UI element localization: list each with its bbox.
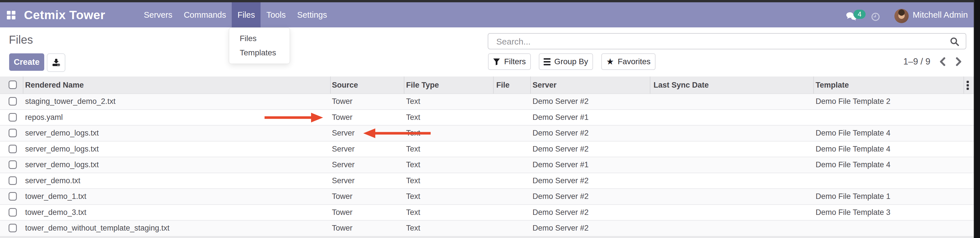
cell-file_type: Text: [406, 221, 420, 236]
search-bar: [488, 33, 966, 49]
cell-file_type: Text: [406, 94, 420, 109]
nav-item-servers[interactable]: Servers: [138, 2, 178, 27]
cell-rendered_name: server_demo.txt: [25, 173, 81, 189]
breadcrumb-page-title: Files: [9, 33, 33, 46]
filters-button[interactable]: Filters: [488, 53, 531, 70]
column-separator: [493, 76, 494, 94]
funnel-icon: [493, 58, 500, 65]
nav-item-files[interactable]: Files: [232, 2, 261, 27]
top-navbar: Cetmix Tower ServersCommandsFilesToolsSe…: [0, 2, 974, 27]
cell-template: Demo File Template 1: [816, 189, 890, 204]
table-row[interactable]: tower_demo_3.txtTowerTextDemo Server #2D…: [0, 205, 974, 221]
files-dropdown-item-templates[interactable]: Templates: [229, 46, 290, 60]
row-checkbox[interactable]: [9, 113, 17, 122]
cell-rendered_name: server_demo_logs.txt: [25, 141, 99, 157]
cell-rendered_name: server_demo_logs.txt: [25, 125, 99, 141]
cell-rendered_name: staging_tower_demo_2.txt: [25, 94, 116, 109]
cell-file_type: Text: [406, 157, 420, 173]
chevron-left-icon[interactable]: [938, 57, 947, 66]
window-top-edge: [0, 0, 980, 2]
column-separator: [23, 76, 24, 94]
cell-template: Demo File Template 4: [816, 157, 890, 173]
apps-grid-square: [7, 16, 11, 19]
table-row[interactable]: server_demo_logs.txtServerTextDemo Serve…: [0, 125, 974, 141]
group-by-label: Group By: [554, 57, 588, 66]
messages-badge[interactable]: 4: [854, 10, 865, 19]
cell-source: Tower: [332, 189, 352, 204]
search-input[interactable]: [496, 34, 948, 49]
row-checkbox[interactable]: [9, 176, 17, 185]
apps-grid-square: [7, 11, 11, 14]
cell-rendered_name: tower_demo_1.txt: [25, 189, 86, 204]
pager-range: 1–9 / 9: [890, 54, 930, 69]
cell-file_type: Text: [406, 173, 420, 189]
magnifier-icon[interactable]: [950, 37, 959, 46]
brand-title[interactable]: Cetmix Tower: [24, 2, 105, 27]
activities-clock-icon[interactable]: [871, 13, 880, 21]
table-row[interactable]: server_demo_logs.txtServerTextDemo Serve…: [0, 141, 974, 157]
table-row[interactable]: repos.yamlTowerTextDemo Server #1: [0, 110, 974, 126]
main-menu: ServersCommandsFilesToolsSettings: [138, 2, 333, 27]
row-checkbox[interactable]: [9, 224, 17, 232]
row-checkbox[interactable]: [9, 160, 17, 169]
table-row[interactable]: tower_demo_without_template_staging.txtT…: [0, 221, 974, 236]
column-header-server[interactable]: Server: [533, 76, 557, 94]
apps-grid-icon[interactable]: [7, 11, 16, 19]
cell-rendered_name: tower_demo_3.txt: [25, 205, 86, 220]
column-separator: [813, 76, 814, 94]
cell-file_type: Text: [406, 110, 420, 125]
column-separator: [404, 76, 404, 94]
favorites-button[interactable]: ★ Favorites: [601, 53, 655, 70]
window-right-edge: [974, 0, 980, 238]
row-checkbox[interactable]: [9, 129, 17, 137]
cell-server: Demo Server #2: [533, 94, 589, 109]
content-bottom-edge: [0, 236, 974, 238]
cell-server: Demo Server #2: [533, 189, 589, 204]
column-header-source[interactable]: Source: [332, 76, 358, 94]
nav-item-settings[interactable]: Settings: [291, 2, 333, 27]
create-button[interactable]: Create: [9, 53, 44, 71]
cell-server: Demo Server #1: [533, 110, 589, 125]
row-checkbox[interactable]: [9, 192, 17, 201]
nav-item-tools[interactable]: Tools: [261, 2, 291, 27]
cell-source: Server: [332, 125, 355, 141]
export-button[interactable]: [47, 53, 65, 72]
group-by-button[interactable]: Group By: [539, 53, 593, 70]
app-window: Cetmix Tower ServersCommandsFilesToolsSe…: [0, 0, 980, 238]
table-header: Rendered NameSourceFile TypeFileServerLa…: [0, 76, 974, 94]
cell-rendered_name: server_demo_logs.txt: [25, 157, 99, 173]
cell-template: Demo File Template 4: [816, 141, 890, 157]
cell-file_type: Text: [406, 141, 420, 157]
favorites-label: Favorites: [617, 57, 651, 66]
vertical-dots-icon[interactable]: [967, 81, 969, 90]
bars-icon: [544, 58, 550, 65]
row-checkbox[interactable]: [9, 145, 17, 153]
row-checkbox[interactable]: [9, 97, 17, 106]
column-header-template[interactable]: Template: [816, 76, 849, 94]
cell-source: Tower: [332, 221, 352, 236]
table-row[interactable]: server_demo_logs.txtServerTextDemo Serve…: [0, 157, 974, 173]
table-row[interactable]: server_demo.txtServerTextDemo Server #2: [0, 173, 974, 189]
chevron-right-icon[interactable]: [954, 57, 963, 66]
table-row[interactable]: tower_demo_1.txtTowerTextDemo Server #2D…: [0, 189, 974, 205]
cell-template: Demo File Template 4: [816, 125, 890, 141]
column-header-file_type[interactable]: File Type: [406, 76, 439, 94]
column-header-rendered_name[interactable]: Rendered Name: [25, 76, 84, 94]
nav-item-commands[interactable]: Commands: [178, 2, 232, 27]
column-separator: [963, 76, 964, 94]
select-all-checkbox[interactable]: [9, 81, 17, 89]
row-checkbox[interactable]: [9, 208, 17, 217]
cell-file_type: Text: [406, 189, 420, 204]
column-header-file[interactable]: File: [496, 76, 510, 94]
download-icon: [52, 59, 61, 67]
cell-template: Demo File Template 2: [816, 94, 890, 109]
cell-file_type: Text: [406, 205, 420, 220]
column-header-last_sync_date[interactable]: Last Sync Date: [654, 76, 709, 94]
table-row[interactable]: staging_tower_demo_2.txtTowerTextDemo Se…: [0, 94, 974, 110]
files-dropdown-item-files[interactable]: Files: [229, 32, 290, 46]
cell-source: Tower: [332, 110, 352, 125]
user-avatar[interactable]: [894, 9, 908, 23]
cell-server: Demo Server #2: [533, 221, 589, 236]
apps-grid-square: [12, 16, 16, 19]
user-menu[interactable]: Mitchell Admin: [913, 2, 968, 27]
